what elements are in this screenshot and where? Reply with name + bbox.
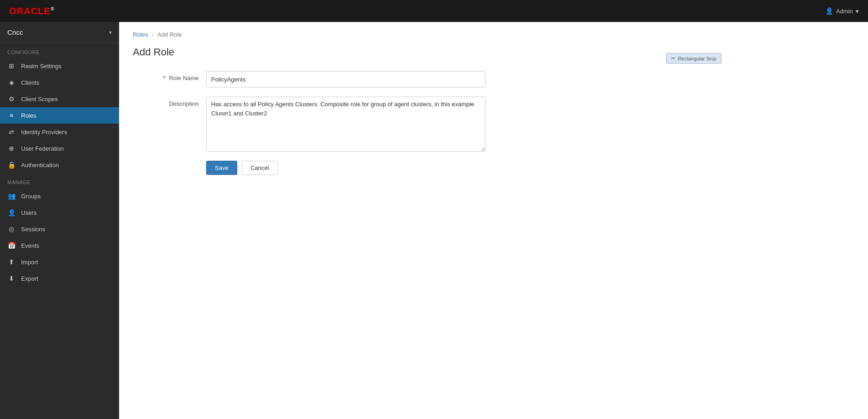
configure-section-label: Configure	[0, 43, 119, 58]
required-star: *	[163, 75, 165, 82]
sidebar-item-label: Users	[21, 209, 37, 216]
user-icon: 👤	[825, 7, 833, 15]
events-icon: 📅	[7, 242, 16, 249]
sidebar-item-realm-settings[interactable]: ⊞ Realm Settings	[0, 58, 119, 74]
role-name-label: * Role Name	[133, 71, 206, 82]
sidebar-item-label: Events	[21, 242, 39, 249]
sidebar-item-label: Roles	[21, 112, 36, 119]
manage-section-label: Manage	[0, 173, 119, 188]
admin-menu[interactable]: 👤 Admin ▾	[825, 7, 859, 15]
realm-chevron-icon: ▾	[109, 29, 112, 36]
breadcrumb: Roles › Add Role	[133, 31, 854, 38]
sidebar-item-client-scopes[interactable]: ⚙ Client Scopes	[0, 91, 119, 107]
sidebar: Cncc ▾ Configure ⊞ Realm Settings ◈ Clie…	[0, 22, 119, 419]
oracle-logo: ORACLE®	[9, 6, 55, 16]
description-form-group: Description Has access to all Policy Age…	[133, 97, 499, 152]
content-area: ✂ Rectangular Snip Roles › Add Role Add …	[119, 22, 868, 419]
page-title: Add Role	[133, 46, 854, 58]
sidebar-item-roles[interactable]: ≡ Roles	[0, 107, 119, 124]
sidebar-item-label: User Federation	[21, 145, 64, 152]
role-name-form-group: * Role Name	[133, 71, 499, 87]
sidebar-item-identity-providers[interactable]: ⇄ Identity Providers	[0, 124, 119, 140]
description-label: Description	[133, 97, 206, 107]
realm-settings-icon: ⊞	[7, 62, 16, 70]
identity-providers-icon: ⇄	[7, 128, 16, 136]
sidebar-item-label: Clients	[21, 79, 39, 86]
sidebar-item-label: Import	[21, 259, 38, 266]
realm-selector[interactable]: Cncc ▾	[0, 22, 119, 43]
save-button[interactable]: Save	[206, 161, 237, 175]
role-name-input[interactable]	[206, 71, 486, 87]
sidebar-item-label: Authentication	[21, 162, 59, 169]
sidebar-item-clients[interactable]: ◈ Clients	[0, 74, 119, 91]
breadcrumb-separator: ›	[152, 31, 153, 38]
client-scopes-icon: ⚙	[7, 95, 16, 103]
description-input[interactable]: Has access to all Policy Agents Clusters…	[206, 97, 486, 152]
sidebar-item-label: Realm Settings	[21, 63, 61, 70]
sidebar-item-import[interactable]: ⬆ Import	[0, 254, 119, 270]
admin-label: Admin	[836, 8, 853, 15]
sidebar-item-export[interactable]: ⬇ Export	[0, 270, 119, 287]
sidebar-item-user-federation[interactable]: ⊕ User Federation	[0, 140, 119, 157]
sessions-icon: ◎	[7, 225, 16, 233]
sidebar-item-sessions[interactable]: ◎ Sessions	[0, 221, 119, 237]
clients-icon: ◈	[7, 79, 16, 86]
authentication-icon: 🔒	[7, 161, 16, 169]
snip-label: Rectangular Snip	[678, 56, 716, 61]
users-icon: 👤	[7, 209, 16, 216]
sidebar-item-label: Groups	[21, 193, 41, 200]
main-layout: Cncc ▾ Configure ⊞ Realm Settings ◈ Clie…	[0, 22, 868, 419]
roles-icon: ≡	[7, 112, 16, 119]
sidebar-item-users[interactable]: 👤 Users	[0, 204, 119, 221]
sidebar-item-label: Identity Providers	[21, 129, 67, 136]
user-federation-icon: ⊕	[7, 145, 16, 152]
import-icon: ⬆	[7, 258, 16, 266]
sidebar-item-events[interactable]: 📅 Events	[0, 237, 119, 254]
breadcrumb-parent-link[interactable]: Roles	[133, 31, 148, 38]
top-header: ORACLE® 👤 Admin ▾	[0, 0, 868, 22]
cancel-button[interactable]: Cancel	[242, 161, 278, 175]
snip-area: ✂ Rectangular Snip	[666, 53, 721, 64]
export-icon: ⬇	[7, 275, 16, 282]
realm-name: Cncc	[7, 28, 23, 36]
snip-icon: ✂	[671, 55, 675, 61]
sidebar-item-label: Sessions	[21, 226, 45, 233]
sidebar-item-authentication[interactable]: 🔒 Authentication	[0, 157, 119, 173]
form-actions: Save Cancel	[206, 161, 854, 175]
breadcrumb-current: Add Role	[158, 31, 182, 38]
groups-icon: 👥	[7, 192, 16, 200]
sidebar-item-label: Client Scopes	[21, 96, 58, 103]
sidebar-item-label: Export	[21, 275, 38, 282]
admin-chevron-icon: ▾	[856, 8, 859, 15]
sidebar-item-groups[interactable]: 👥 Groups	[0, 188, 119, 204]
